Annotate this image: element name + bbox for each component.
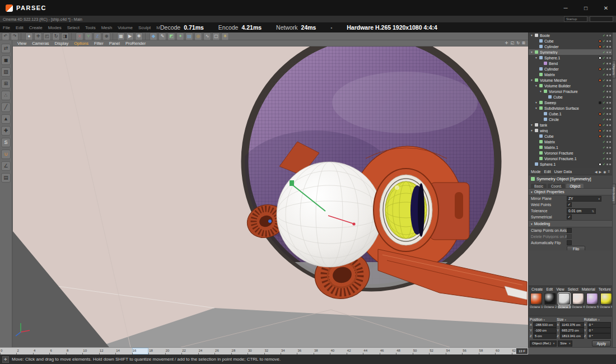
- hull-sphere[interactable]: [277, 162, 382, 267]
- object-row-symmetry[interactable]: ▾Symmetry✓: [529, 49, 612, 55]
- visibility-dot-bottom[interactable]: [609, 68, 611, 70]
- scale-icon[interactable]: ◰: [43, 32, 51, 40]
- materials-menu-create[interactable]: Create: [530, 287, 544, 291]
- texture-mode-icon[interactable]: ▨: [1, 67, 11, 77]
- object-row-cylinder[interactable]: Cylinder✓: [529, 66, 612, 72]
- object-row-sweep[interactable]: ▾Sweep✓: [529, 100, 612, 105]
- visibility-dot-top[interactable]: [606, 40, 608, 42]
- search-box[interactable]: [590, 16, 613, 22]
- viewport-zoom-icon[interactable]: ◱: [511, 41, 515, 45]
- volume-builder-icon[interactable]: ▤: [185, 32, 193, 40]
- expand-arrow-icon[interactable]: ▾: [535, 106, 539, 110]
- side-tab-attributes[interactable]: Attributes: [612, 184, 616, 204]
- material-swatch[interactable]: [558, 293, 570, 305]
- visibility-dot-bottom[interactable]: [609, 136, 611, 137]
- tag-chip[interactable]: [599, 129, 601, 132]
- gizmo-blue-handle[interactable]: [268, 220, 272, 223]
- visibility-dot-bottom[interactable]: [609, 46, 611, 48]
- timeline-tick-30[interactable]: 30: [248, 348, 264, 354]
- object-row-matrix[interactable]: Matrix✓: [529, 139, 612, 144]
- last-tool-icon[interactable]: ◨: [61, 32, 69, 40]
- y-axis-lock-icon[interactable]: Y: [85, 32, 92, 40]
- visibility-dot-top[interactable]: [606, 57, 608, 59]
- visibility-dot-bottom[interactable]: [609, 119, 611, 120]
- tag-chip[interactable]: [599, 124, 601, 127]
- object-row-voronoi-fracture[interactable]: ▾Voronoi Fracture✓: [529, 88, 612, 94]
- model-mode-icon[interactable]: ◼: [1, 55, 11, 65]
- enabled-check-icon[interactable]: ✓: [603, 67, 605, 71]
- coord-rotation-z[interactable]: 0 °: [587, 333, 611, 339]
- materials-menu-edit[interactable]: Edit: [545, 287, 554, 291]
- viewport-menu-cameras[interactable]: Cameras: [29, 41, 52, 46]
- timeline-tick-14[interactable]: 14: [115, 348, 132, 354]
- material-item-octane-5[interactable]: Octane 5: [586, 293, 599, 309]
- timeline-tick-18[interactable]: 18: [148, 348, 165, 354]
- expand-arrow-icon[interactable]: ▾: [535, 56, 539, 59]
- pin-icon[interactable]: ◉: [603, 170, 606, 174]
- move-icon[interactable]: ✛: [34, 32, 42, 40]
- enabled-check-icon[interactable]: ✓: [603, 45, 605, 48]
- attr-checkbox-weld-points[interactable]: ✓: [567, 202, 572, 207]
- timeline-tick-6[interactable]: 6: [49, 348, 66, 354]
- polygons-mode-icon[interactable]: ▲: [1, 114, 11, 124]
- attr-checkbox-symmetrical[interactable]: ✓: [567, 214, 572, 220]
- enabled-check-icon[interactable]: ✓: [603, 62, 605, 65]
- object-row-circle[interactable]: Circle✓: [529, 116, 612, 122]
- attr-tab-coord[interactable]: Coord.: [548, 184, 566, 188]
- object-row-sphere-1[interactable]: Sphere.1✓: [529, 161, 612, 167]
- edges-mode-icon[interactable]: ╱: [1, 102, 11, 112]
- attr-select-mirror-plane[interactable]: ZY▾: [567, 196, 601, 202]
- enabled-check-icon[interactable]: ✓: [603, 56, 605, 59]
- visibility-dot-bottom[interactable]: [609, 152, 611, 154]
- enabled-check-icon[interactable]: ✓: [603, 34, 605, 37]
- material-swatch[interactable]: [530, 293, 542, 305]
- visibility-dot-bottom[interactable]: [609, 141, 611, 143]
- timeline-tick-22[interactable]: 22: [181, 348, 198, 354]
- viewport-menu-prorender[interactable]: ProRender: [123, 41, 148, 46]
- expand-arrow-icon[interactable]: ▾: [535, 84, 539, 87]
- material-swatch[interactable]: [572, 293, 584, 305]
- coord-rotation-y[interactable]: 0 °: [587, 328, 611, 333]
- visibility-dot-bottom[interactable]: [609, 52, 611, 53]
- visibility-dot-bottom[interactable]: [609, 40, 611, 42]
- enabled-check-icon[interactable]: ✓: [603, 112, 605, 115]
- expand-arrow-icon[interactable]: ▾: [531, 50, 535, 54]
- enabled-check-icon[interactable]: ✓: [603, 101, 605, 104]
- tag-chip[interactable]: [599, 40, 601, 43]
- menu-create[interactable]: Create: [26, 25, 45, 30]
- expand-arrow-icon[interactable]: ▾: [531, 34, 535, 37]
- tag-chip[interactable]: [599, 101, 601, 104]
- timeline-tick-2[interactable]: 2: [16, 348, 32, 354]
- object-row-cube[interactable]: Cube✓: [529, 94, 612, 100]
- coord-mode-select[interactable]: Object (Rel.) ▾: [530, 340, 557, 347]
- visibility-dot-top[interactable]: [606, 102, 608, 104]
- viewport-menu-options[interactable]: Options: [71, 41, 91, 46]
- visibility-dot-bottom[interactable]: [609, 158, 611, 160]
- object-row-volume-builder[interactable]: ▾Volume Builder✓: [529, 83, 612, 88]
- material-swatch[interactable]: [544, 293, 556, 305]
- gizmo-green-handle[interactable]: [290, 180, 294, 186]
- visibility-dot-bottom[interactable]: [609, 113, 611, 115]
- attr-checkbox-delete-polygons-on-axis[interactable]: [567, 234, 572, 239]
- object-row-tank[interactable]: ▾tank✓: [529, 122, 612, 128]
- mograph-icon[interactable]: ✦: [176, 32, 184, 40]
- enabled-check-icon[interactable]: ✓: [603, 78, 605, 82]
- panel-menu-icon[interactable]: ≡: [608, 170, 610, 174]
- current-frame-box[interactable]: 13 F: [516, 348, 528, 354]
- expand-arrow-icon[interactable]: ▾: [540, 90, 544, 93]
- visibility-dot-bottom[interactable]: [609, 80, 611, 81]
- material-item-octane-2[interactable]: Octane 2: [544, 293, 557, 309]
- enabled-check-icon[interactable]: ✓: [603, 140, 605, 143]
- visibility-dot-top[interactable]: [606, 124, 608, 126]
- visibility-dot-bottom[interactable]: [609, 96, 611, 98]
- workplane-snap-icon[interactable]: ▤: [1, 173, 11, 183]
- coord-size-x[interactable]: 1143.376 cm: [560, 322, 584, 328]
- viewport-menu-panel[interactable]: Panel: [106, 41, 123, 46]
- enabled-check-icon[interactable]: ✓: [603, 84, 605, 87]
- make-editable-icon[interactable]: ⇄: [1, 44, 11, 53]
- visibility-dot-top[interactable]: [606, 96, 608, 98]
- timeline-tick-32[interactable]: 32: [264, 348, 281, 354]
- close-button[interactable]: ✕: [596, 0, 616, 16]
- visibility-dot-bottom[interactable]: [609, 147, 611, 148]
- materials-menu-material[interactable]: Material: [581, 287, 596, 291]
